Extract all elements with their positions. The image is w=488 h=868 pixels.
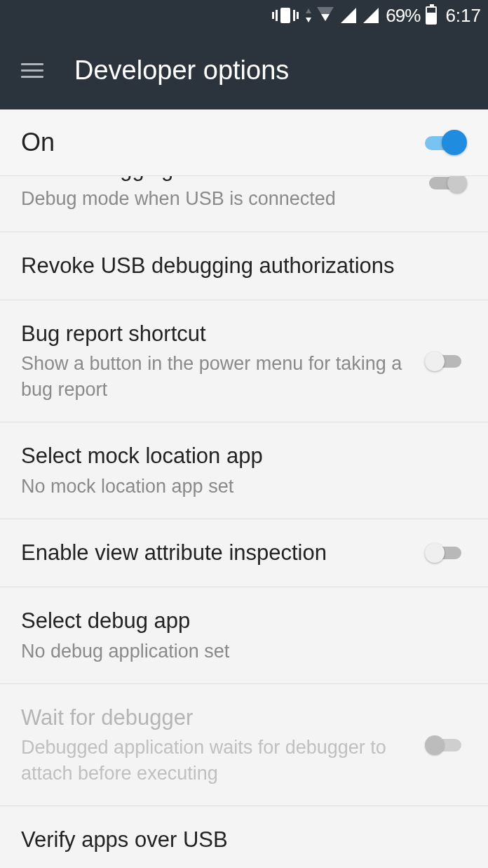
- item-title: Select debug app: [21, 607, 453, 635]
- item-title: Revoke USB debugging authorizations: [21, 252, 453, 280]
- settings-list[interactable]: USB debugging Debug mode when USB is con…: [0, 176, 488, 868]
- signal-icon: [341, 8, 356, 23]
- item-subtitle: No mock location app set: [21, 474, 453, 499]
- item-title: Verify apps over USB: [21, 826, 411, 854]
- switch-view-attr-inspect[interactable]: [425, 540, 467, 566]
- item-subtitle: Debug mode when USB is connected: [21, 186, 411, 211]
- item-title: Bug report shortcut: [21, 320, 411, 348]
- item-usb-debugging[interactable]: USB debugging Debug mode when USB is con…: [0, 176, 488, 232]
- item-wait-debugger: Wait for debugger Debugged application w…: [0, 684, 488, 806]
- data-arrows-icon: [304, 8, 311, 22]
- item-title: Wait for debugger: [21, 704, 411, 732]
- master-toggle-label: On: [21, 128, 55, 157]
- status-time: 6:17: [445, 5, 481, 27]
- app-header: Developer options: [0, 31, 488, 109]
- switch-bug-report-shortcut[interactable]: [425, 349, 467, 374]
- battery-icon: [426, 6, 437, 25]
- item-subtitle: Show a button in the power menu for taki…: [21, 351, 411, 402]
- switch-usb-debugging[interactable]: [425, 176, 467, 196]
- item-subtitle: Debugged application waits for debugger …: [21, 735, 411, 786]
- item-title: Enable view attribute inspection: [21, 539, 411, 567]
- status-bar: 69% 6:17: [0, 0, 488, 31]
- item-bug-report-shortcut[interactable]: Bug report shortcut Show a button in the…: [0, 300, 488, 422]
- item-select-debug-app[interactable]: Select debug app No debug application se…: [0, 587, 488, 684]
- menu-icon[interactable]: [21, 58, 46, 83]
- item-verify-apps-usb[interactable]: Verify apps over USB: [0, 806, 488, 868]
- vibrate-icon: [272, 8, 299, 23]
- item-title: Select mock location app: [21, 442, 453, 470]
- page-title: Developer options: [74, 55, 289, 86]
- master-toggle-switch[interactable]: [425, 130, 467, 155]
- master-toggle-row[interactable]: On: [0, 109, 488, 176]
- item-subtitle: No debug application set: [21, 639, 453, 664]
- switch-wait-debugger: [425, 733, 467, 758]
- wifi-icon: [317, 7, 334, 24]
- item-revoke-usb[interactable]: Revoke USB debugging authorizations: [0, 232, 488, 300]
- item-mock-location[interactable]: Select mock location app No mock locatio…: [0, 422, 488, 519]
- item-view-attr-inspect[interactable]: Enable view attribute inspection: [0, 519, 488, 587]
- item-title: USB debugging: [21, 176, 411, 183]
- signal-icon-2: [363, 8, 379, 23]
- battery-percentage: 69%: [386, 5, 420, 27]
